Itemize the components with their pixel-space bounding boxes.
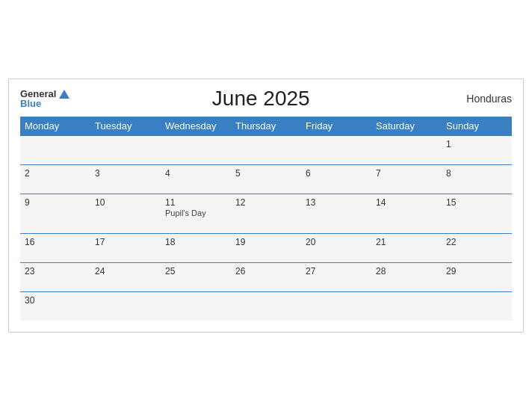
day-number: 4 (165, 168, 226, 179)
day-number: 3 (95, 168, 156, 179)
calendar-day-cell: 1 (442, 136, 512, 165)
header-friday: Friday (301, 117, 371, 136)
calendar-day-cell: 2 (20, 165, 90, 194)
calendar-week-row: 23242526272829 (20, 263, 512, 292)
calendar-day-cell (301, 136, 371, 165)
calendar-day-cell (90, 292, 161, 321)
logo-triangle-icon (59, 90, 69, 99)
logo-blue-text: Blue (20, 99, 41, 108)
calendar-day-cell (90, 136, 161, 165)
logo: General Blue (20, 89, 69, 108)
day-number: 21 (376, 237, 437, 247)
calendar-day-cell: 16 (20, 234, 90, 263)
day-number: 1 (446, 139, 507, 149)
day-number: 2 (25, 168, 86, 179)
calendar-day-cell: 15 (442, 194, 512, 234)
calendar-day-cell: 28 (371, 263, 442, 292)
header-monday: Monday (20, 117, 90, 136)
calendar-day-cell: 14 (371, 194, 442, 234)
calendar-week-row: 1 (20, 136, 512, 165)
day-number: 19 (235, 237, 297, 247)
calendar-day-cell (371, 136, 442, 165)
calendar-day-cell (20, 136, 90, 165)
calendar-day-cell: 11Pupil's Day (161, 194, 231, 234)
calendar-day-cell: 8 (442, 165, 512, 194)
day-number: 10 (95, 197, 156, 208)
calendar-day-cell: 12 (231, 194, 301, 234)
day-number: 5 (235, 168, 297, 179)
calendar-day-cell (161, 136, 231, 165)
day-number: 15 (446, 197, 507, 208)
calendar-day-cell: 10 (90, 194, 161, 234)
day-number: 20 (306, 237, 367, 247)
calendar-day-cell: 5 (231, 165, 301, 194)
calendar-day-cell: 23 (20, 263, 90, 292)
calendar-day-cell (231, 136, 301, 165)
calendar-day-cell: 30 (20, 292, 90, 321)
day-number: 6 (306, 168, 367, 179)
day-number: 24 (95, 266, 156, 276)
calendar-day-cell (371, 292, 442, 321)
day-number: 9 (25, 197, 86, 208)
calendar-week-row: 91011Pupil's Day12131415 (20, 194, 512, 234)
calendar-day-cell (442, 292, 512, 321)
day-number: 14 (376, 197, 437, 208)
calendar-container: General Blue June 2025 Honduras Monday T… (8, 78, 524, 333)
day-number: 30 (25, 295, 86, 306)
calendar-day-cell: 21 (371, 234, 442, 263)
calendar-title: June 2025 (69, 87, 452, 111)
calendar-week-row: 2345678 (20, 165, 512, 194)
calendar-day-cell: 9 (20, 194, 90, 234)
calendar-week-row: 30 (20, 292, 512, 321)
calendar-grid: Monday Tuesday Wednesday Thursday Friday… (20, 117, 512, 321)
header-wednesday: Wednesday (161, 117, 231, 136)
calendar-day-cell (231, 292, 301, 321)
day-number: 7 (376, 168, 437, 179)
header-saturday: Saturday (371, 117, 442, 136)
calendar-day-cell: 7 (371, 165, 442, 194)
calendar-day-cell: 4 (161, 165, 231, 194)
calendar-day-cell (301, 292, 371, 321)
calendar-day-cell: 20 (301, 234, 371, 263)
calendar-day-cell: 29 (442, 263, 512, 292)
day-number: 25 (165, 266, 226, 276)
header-sunday: Sunday (442, 117, 512, 136)
day-number: 8 (446, 168, 507, 179)
calendar-day-cell: 13 (301, 194, 371, 234)
day-number: 27 (306, 266, 367, 276)
day-number: 26 (235, 266, 297, 276)
day-number: 16 (25, 237, 86, 247)
day-number: 11 (165, 197, 226, 208)
calendar-day-cell: 6 (301, 165, 371, 194)
calendar-day-cell: 24 (90, 263, 161, 292)
day-event: Pupil's Day (165, 208, 206, 217)
calendar-day-cell: 22 (442, 234, 512, 263)
day-number: 22 (446, 237, 507, 247)
day-number: 17 (95, 237, 156, 247)
day-number: 13 (306, 197, 367, 208)
day-number: 29 (446, 266, 507, 276)
calendar-day-cell: 27 (301, 263, 371, 292)
calendar-day-cell: 25 (161, 263, 231, 292)
day-number: 23 (25, 266, 86, 276)
day-number: 12 (235, 197, 297, 208)
weekday-header-row: Monday Tuesday Wednesday Thursday Friday… (20, 117, 512, 136)
calendar-day-cell: 18 (161, 234, 231, 263)
day-number: 28 (376, 266, 437, 276)
country-label: Honduras (452, 93, 512, 105)
header-tuesday: Tuesday (90, 117, 161, 136)
calendar-day-cell: 17 (90, 234, 161, 263)
calendar-header: General Blue June 2025 Honduras (20, 87, 512, 111)
calendar-week-row: 16171819202122 (20, 234, 512, 263)
day-number: 18 (165, 237, 226, 247)
header-thursday: Thursday (231, 117, 301, 136)
calendar-day-cell (161, 292, 231, 321)
calendar-day-cell: 19 (231, 234, 301, 263)
calendar-day-cell: 26 (231, 263, 301, 292)
calendar-day-cell: 3 (90, 165, 161, 194)
